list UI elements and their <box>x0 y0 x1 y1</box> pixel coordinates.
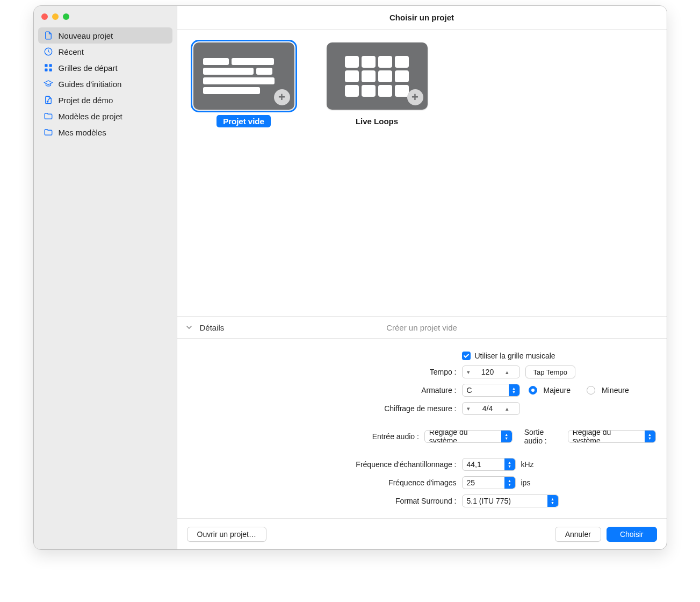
folder-icon <box>44 111 53 121</box>
open-project-button[interactable]: Ouvrir un projet… <box>187 527 266 542</box>
plus-icon: + <box>407 89 423 105</box>
key-value: C <box>463 386 509 395</box>
sidebar-item-label: Grilles de départ <box>59 63 118 73</box>
key-label: Armature : <box>188 386 462 395</box>
sidebar-item-starter-grids[interactable]: Grilles de départ <box>38 60 172 76</box>
details-title: Détails <box>200 323 225 332</box>
chevron-down-icon[interactable]: ▾ <box>463 403 474 414</box>
select-indicator-icon: ▲▼ <box>645 431 655 442</box>
sidebar: Nouveau projet Récent Grilles de départ <box>34 6 177 549</box>
svg-rect-1 <box>45 64 47 67</box>
sample-rate-unit: kHz <box>521 460 534 469</box>
sidebar-item-tutorials[interactable]: Guides d'initiation <box>38 76 172 92</box>
select-indicator-icon: ▲▼ <box>501 431 512 442</box>
sample-rate-label: Fréquence d'échantillonnage : <box>188 460 462 469</box>
time-signature-value: 4/4 <box>474 404 501 413</box>
tempo-value: 120 <box>474 368 501 376</box>
window-controls <box>34 9 177 27</box>
tap-tempo-button[interactable]: Tap Tempo <box>525 366 575 378</box>
chevron-up-icon[interactable]: ▴ <box>501 366 513 378</box>
select-indicator-icon: ▲▼ <box>504 458 515 470</box>
select-indicator-icon: ▲▼ <box>509 384 519 396</box>
details-header: Détails Créer un projet vide <box>177 316 667 339</box>
time-signature-label: Chiffrage de mesure : <box>188 404 462 413</box>
details-description: Créer un projet vide <box>386 323 457 332</box>
surround-label: Format Surround : <box>188 497 462 505</box>
folder-icon <box>44 127 53 137</box>
surround-select[interactable]: 5.1 (ITU 775) ▲▼ <box>462 494 559 507</box>
sample-rate-value: 44,1 <box>463 460 504 469</box>
sidebar-item-new-project[interactable]: Nouveau projet <box>38 27 172 44</box>
use-musical-grid-checkbox[interactable] <box>462 352 471 360</box>
footer: Ouvrir un projet… Annuler Choisir <box>177 518 667 549</box>
frame-rate-value: 25 <box>463 478 504 487</box>
sidebar-item-label: Modèles de projet <box>59 112 122 121</box>
svg-rect-2 <box>49 64 52 67</box>
sidebar-item-label: Mes modèles <box>59 128 106 137</box>
grid-icon <box>44 63 53 73</box>
key-major-radio[interactable]: Majeure <box>529 386 571 395</box>
graduation-icon <box>44 79 53 89</box>
file-new-icon <box>44 31 53 40</box>
time-signature-stepper[interactable]: ▾ 4/4 ▴ <box>462 402 520 415</box>
chevron-up-icon[interactable]: ▴ <box>501 403 513 414</box>
sample-rate-select[interactable]: 44,1 ▲▼ <box>462 458 516 471</box>
chevron-down-icon[interactable]: ▾ <box>463 366 474 378</box>
sidebar-item-label: Guides d'initiation <box>59 80 122 89</box>
svg-rect-3 <box>45 69 47 71</box>
clock-icon <box>44 47 53 56</box>
file-music-icon <box>44 95 53 105</box>
cancel-button[interactable]: Annuler <box>555 527 601 542</box>
audio-output-label: Sortie audio : <box>524 428 562 445</box>
frame-rate-unit: ips <box>521 478 531 487</box>
tempo-stepper[interactable]: ▾ 120 ▴ <box>462 366 520 378</box>
audio-input-label: Entrée audio : <box>188 432 424 441</box>
key-select[interactable]: C ▲▼ <box>462 384 520 397</box>
use-musical-grid-label: Utiliser la grille musicale <box>475 352 555 360</box>
details-panel: Utiliser la grille musicale Tempo : ▾ 12… <box>177 339 667 518</box>
audio-output-value: Réglage du système <box>568 430 645 443</box>
audio-input-value: Réglage du système <box>425 430 501 443</box>
template-thumbnail: + <box>193 42 294 110</box>
sidebar-item-demo-project[interactable]: Projet de démo <box>38 92 172 108</box>
audio-output-select[interactable]: Réglage du système ▲▼ <box>568 430 656 443</box>
sidebar-item-label: Projet de démo <box>59 96 113 105</box>
template-label: Live Loops <box>349 115 405 127</box>
surround-value: 5.1 (ITU 775) <box>463 497 547 505</box>
audio-input-select[interactable]: Réglage du système ▲▼ <box>424 430 513 443</box>
select-indicator-icon: ▲▼ <box>504 477 515 489</box>
template-label: Projet vide <box>217 115 271 127</box>
window-title: Choisir un projet <box>177 6 667 30</box>
frame-rate-select[interactable]: 25 ▲▼ <box>462 476 516 489</box>
sidebar-item-label: Nouveau projet <box>59 31 113 40</box>
sidebar-item-label: Récent <box>59 47 84 56</box>
sidebar-item-recent[interactable]: Récent <box>38 44 172 60</box>
svg-rect-4 <box>49 69 52 71</box>
project-chooser-window: Nouveau projet Récent Grilles de départ <box>33 5 667 550</box>
close-window-button[interactable] <box>41 13 48 20</box>
template-empty-project[interactable]: + Projet vide <box>193 42 294 127</box>
template-live-loops[interactable]: + Live Loops <box>327 42 428 127</box>
frame-rate-label: Fréquence d'images <box>188 478 462 487</box>
radio-icon <box>587 386 595 395</box>
sidebar-item-project-templates[interactable]: Modèles de projet <box>38 108 172 124</box>
template-thumbnail: + <box>327 42 428 110</box>
radio-icon <box>529 386 537 395</box>
minimize-window-button[interactable] <box>52 13 59 20</box>
tempo-label: Tempo : <box>188 368 462 376</box>
details-disclosure-toggle[interactable] <box>185 323 193 332</box>
zoom-window-button[interactable] <box>63 13 69 20</box>
key-minor-radio[interactable]: Mineure <box>587 386 629 395</box>
sidebar-item-my-templates[interactable]: Mes modèles <box>38 124 172 140</box>
liveloops-grid-icon <box>345 56 409 97</box>
choose-button[interactable]: Choisir <box>607 527 657 542</box>
template-grid: + Projet vide + Live Loops <box>177 30 667 316</box>
plus-icon: + <box>274 89 290 105</box>
select-indicator-icon: ▲▼ <box>547 495 558 507</box>
